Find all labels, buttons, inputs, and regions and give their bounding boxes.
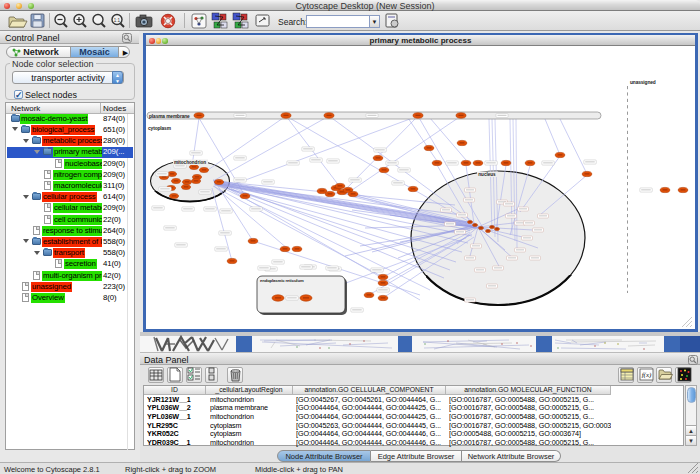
svg-text:cytoplasm: cytoplasm: [148, 126, 171, 131]
svg-text:unassigned: unassigned: [630, 80, 656, 85]
svg-text:nucleus: nucleus: [478, 172, 496, 177]
svg-text:endoplasmic reticulum: endoplasmic reticulum: [260, 278, 304, 283]
svg-text:plasma membrane: plasma membrane: [149, 114, 190, 119]
svg-text:f(x): f(x): [642, 371, 652, 379]
svg-text:mitochondrion: mitochondrion: [174, 160, 206, 165]
svg-text:1:1: 1:1: [114, 18, 121, 23]
